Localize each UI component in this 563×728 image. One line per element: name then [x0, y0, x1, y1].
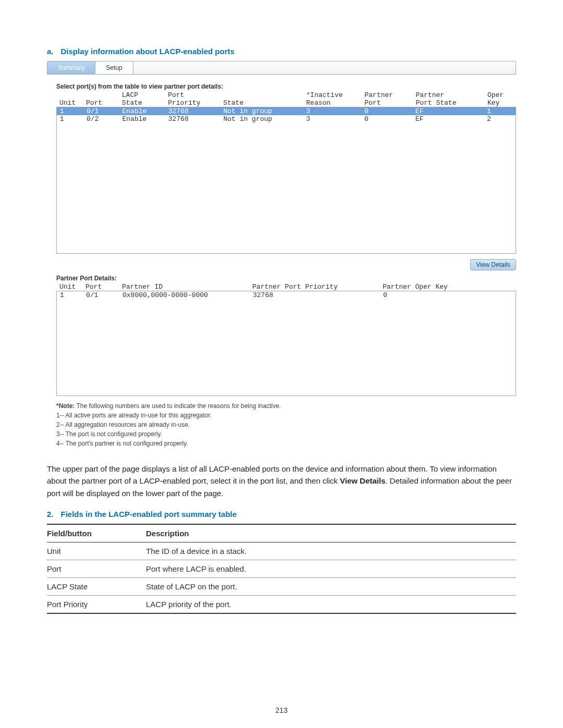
- view-details-button[interactable]: View Details: [470, 259, 516, 270]
- heading-2: 2.Fields in the LACP-enabled port summar…: [47, 510, 516, 519]
- table-row: LACP StateState of LACP on the port.: [47, 577, 516, 595]
- table-row: PortPort where LACP is enabled.: [47, 560, 516, 577]
- notes: *Note: The following numbers are used to…: [56, 401, 516, 448]
- page-number: 213: [0, 706, 563, 714]
- partner-table-headers: Unit Port Partner ID Partner Port Priori…: [56, 283, 516, 291]
- tab-setup[interactable]: Setup: [95, 61, 133, 74]
- select-instruction: Select port(s) from the table to view pa…: [56, 83, 516, 90]
- fields-header-field: Field/button: [47, 524, 146, 542]
- tab-filler: [133, 61, 516, 74]
- heading-2-text: Fields in the LACP-enabled port summary …: [61, 510, 237, 519]
- tabs: Summary Setup: [47, 61, 516, 75]
- partner-title: Partner Port Details:: [56, 275, 516, 282]
- table-row: UnitThe ID of a device in a stack.: [47, 542, 516, 560]
- fields-table: Field/button Description UnitThe ID of a…: [47, 524, 516, 614]
- tab-summary[interactable]: Summary: [47, 61, 95, 74]
- heading-a-label: a.: [47, 47, 54, 56]
- main-table[interactable]: 1 0/1 Enable 32768 Not in group 3 0 EF 1…: [56, 107, 516, 254]
- table-row[interactable]: 1 0/1 Enable 32768 Not in group 3 0 EF 1: [57, 107, 516, 115]
- heading-a: a.Display information about LACP-enabled…: [47, 47, 516, 56]
- heading-2-label: 2.: [47, 510, 54, 519]
- table-row[interactable]: 1 0/1 0x8000,0000-0000-0000 32768 0: [57, 291, 516, 299]
- fields-header-desc: Description: [146, 524, 516, 542]
- table-row[interactable]: 1 0/2 Enable 32768 Not in group 3 0 EF 2: [57, 115, 516, 123]
- main-table-headers: Unit Port LACPState PortPriority State *…: [56, 91, 516, 107]
- heading-a-text: Display information about LACP-enabled p…: [61, 47, 235, 56]
- table-row: Port Priority LACP priority of the port.: [47, 595, 516, 613]
- body-paragraph: The upper part of the page displays a li…: [47, 463, 516, 499]
- partner-table[interactable]: 1 0/1 0x8000,0000-0000-0000 32768 0: [56, 291, 516, 396]
